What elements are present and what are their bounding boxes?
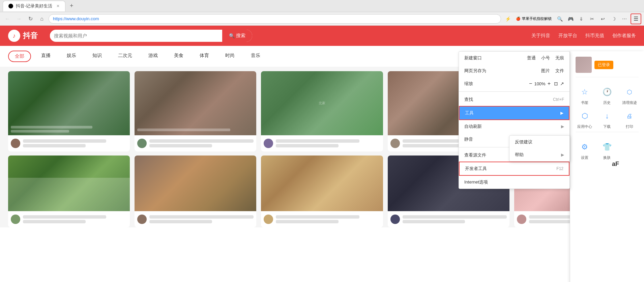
menu-devtools[interactable]: 开发者工具 F12 bbox=[459, 162, 569, 176]
nav-coins[interactable]: 抖币充值 bbox=[585, 33, 604, 39]
menu-save-as[interactable]: 网页另存为 图片 文件 bbox=[459, 64, 569, 77]
tab-close-btn[interactable]: ✕ bbox=[56, 4, 60, 8]
skin-icon-item[interactable]: 👕 换肤 bbox=[598, 140, 616, 160]
search-btn-label: 搜索 bbox=[236, 33, 245, 39]
print-label: 打印 bbox=[626, 124, 633, 129]
logo-text: 抖音 bbox=[23, 31, 38, 41]
video-card-3[interactable]: 北家 bbox=[261, 71, 383, 151]
small-window-opt[interactable]: 小号 bbox=[541, 55, 550, 61]
menu-auto-refresh[interactable]: 自动刷新 ▶ bbox=[459, 120, 569, 133]
forward-btn[interactable]: → bbox=[14, 14, 24, 24]
video-info-8 bbox=[261, 211, 383, 227]
site-content: ♪ 抖音 🔍 搜索 关于抖音 开放平台 抖币充值 创作者服务 全部 直播 bbox=[0, 26, 644, 282]
help-label: 帮助 bbox=[515, 152, 524, 158]
moon-icon[interactable]: ☽ bbox=[609, 14, 618, 24]
help-arrow: ▶ bbox=[561, 152, 564, 157]
search-icon[interactable]: 🔍 bbox=[555, 14, 564, 24]
site-logo: ♪ 抖音 bbox=[8, 30, 38, 42]
tools-submenu: 反馈建议 帮助 ▶ bbox=[509, 135, 570, 162]
toolbar-icons: ⚡ 🍎 苹果手机指纹解锁 🔍 🎮 ⇓ ✂ ↩ ☽ ⋯ ☰ bbox=[503, 13, 641, 24]
video-card-2[interactable] bbox=[135, 71, 256, 151]
cat-knowledge[interactable]: 知识 bbox=[86, 51, 108, 62]
more-icon[interactable]: ⋯ bbox=[620, 14, 629, 24]
video-card-7[interactable] bbox=[135, 156, 256, 227]
cat-fashion[interactable]: 时尚 bbox=[219, 51, 241, 62]
user-area: 已登录 bbox=[576, 57, 639, 77]
undo-icon[interactable]: ↩ bbox=[598, 14, 608, 24]
home-btn[interactable]: ⌂ bbox=[37, 14, 47, 24]
normal-window-opt[interactable]: 普通 bbox=[527, 55, 536, 61]
user-login-btn[interactable]: 已登录 bbox=[594, 61, 613, 69]
browser-toolbar: ← → ↻ ⌂ ⚡ 🍎 苹果手机指纹解锁 🔍 🎮 ⇓ ✂ ↩ ☽ ⋯ ☰ bbox=[0, 12, 644, 26]
feedback-label: 反馈建议 bbox=[515, 139, 532, 145]
menu-find[interactable]: 查找 Ctrl+F bbox=[459, 93, 569, 106]
menu-internet-options[interactable]: Internet选项 bbox=[459, 176, 569, 189]
search-bar: 🔍 搜索 bbox=[50, 30, 252, 42]
zoom-expand-btn[interactable]: ↗ bbox=[560, 81, 564, 86]
save-image-opt[interactable]: 图片 bbox=[541, 68, 550, 74]
extension-icon[interactable]: 🍎 苹果手机指纹解锁 bbox=[514, 16, 554, 22]
history-label: 历史 bbox=[603, 100, 611, 105]
refresh-btn[interactable]: ↻ bbox=[26, 14, 35, 24]
scissors-icon[interactable]: ✂ bbox=[587, 14, 597, 24]
new-tab-btn[interactable]: + bbox=[67, 1, 76, 11]
download-icon: ↓ bbox=[600, 109, 614, 123]
search-button[interactable]: 🔍 搜索 bbox=[222, 30, 252, 42]
video-card-8[interactable] bbox=[261, 156, 383, 227]
appcenter-icon-item[interactable]: ⬡ 应用中心 bbox=[576, 109, 594, 129]
video-info-9 bbox=[388, 211, 509, 227]
zoom-level: 100% bbox=[534, 81, 545, 86]
menu-tools[interactable]: 工具 ▶ bbox=[459, 106, 569, 120]
clear-icon-item[interactable]: ⬡ 清理痕迹 bbox=[620, 85, 639, 105]
browser-window: 抖音-记录美好生活 ✕ + ← → ↻ ⌂ ⚡ 🍎 苹果手机指纹解锁 🔍 🎮 ⇓… bbox=[0, 0, 644, 282]
incognito-opt[interactable]: 无痕 bbox=[555, 55, 564, 61]
extension-label: 苹果手机指纹解锁 bbox=[522, 16, 552, 21]
save-file-opt[interactable]: 文件 bbox=[555, 68, 564, 74]
zoom-in-btn[interactable]: + bbox=[548, 81, 551, 87]
cat-food[interactable]: 美食 bbox=[168, 51, 189, 62]
cat-sports[interactable]: 体育 bbox=[194, 51, 215, 62]
submenu-help[interactable]: 帮助 ▶ bbox=[509, 148, 569, 161]
view-source-label: 查看源文件 bbox=[464, 152, 486, 158]
menu-btn[interactable]: ☰ bbox=[631, 13, 641, 24]
download-icon[interactable]: ⇓ bbox=[577, 14, 586, 24]
apple-icon: 🍎 bbox=[516, 17, 521, 21]
menu-new-window[interactable]: 新建窗口 普通 小号 无痕 bbox=[459, 52, 569, 64]
zoom-label: 缩放 bbox=[464, 81, 473, 87]
nav-about[interactable]: 关于抖音 bbox=[531, 33, 550, 39]
browser-tab-active[interactable]: 抖音-记录美好生活 ✕ bbox=[3, 1, 65, 11]
print-icon-item[interactable]: 🖨 打印 bbox=[620, 109, 639, 129]
settings-icon-item[interactable]: ⚙ 设置 bbox=[576, 140, 594, 160]
submenu-feedback[interactable]: 反馈建议 bbox=[509, 136, 569, 148]
logo-icon: ♪ bbox=[8, 30, 20, 42]
cat-music[interactable]: 音乐 bbox=[245, 51, 266, 62]
download-icon-item[interactable]: ↓ 下载 bbox=[598, 109, 616, 129]
icon-grid-bottom: ⚙ 设置 👕 换肤 bbox=[576, 138, 639, 163]
cat-entertainment[interactable]: 娱乐 bbox=[61, 51, 82, 62]
devtools-shortcut: F12 bbox=[556, 166, 563, 171]
video-card-6[interactable] bbox=[8, 156, 130, 227]
back-btn[interactable]: ← bbox=[3, 14, 12, 24]
nav-open[interactable]: 开放平台 bbox=[558, 33, 577, 39]
history-icon-item[interactable]: 🕐 历史 bbox=[598, 85, 616, 105]
devtools-label: 开发者工具 bbox=[465, 166, 487, 172]
zoom-fit-btn[interactable]: ⊡ bbox=[554, 81, 558, 86]
search-input[interactable] bbox=[50, 33, 222, 38]
bookmark-icon-item[interactable]: ☆ 书签 bbox=[576, 85, 594, 105]
lightning-icon[interactable]: ⚡ bbox=[503, 14, 513, 24]
video-card-1[interactable] bbox=[8, 71, 130, 151]
cat-games[interactable]: 游戏 bbox=[142, 51, 164, 62]
video-info-7 bbox=[135, 211, 256, 227]
zoom-out-btn[interactable]: − bbox=[529, 81, 532, 87]
site-header: ♪ 抖音 🔍 搜索 关于抖音 开放平台 抖币充值 创作者服务 bbox=[0, 26, 644, 46]
video-info-6 bbox=[8, 211, 130, 227]
cat-all[interactable]: 全部 bbox=[8, 51, 31, 62]
cat-live[interactable]: 直播 bbox=[35, 51, 57, 62]
auto-refresh-label: 自动刷新 bbox=[464, 123, 482, 130]
nav-creator[interactable]: 创作者服务 bbox=[612, 33, 636, 39]
address-bar[interactable] bbox=[49, 14, 501, 24]
gamepad-icon[interactable]: 🎮 bbox=[566, 14, 575, 24]
bookmark-icon: ☆ bbox=[578, 85, 591, 99]
save-as-label: 网页另存为 bbox=[464, 68, 486, 74]
cat-anime[interactable]: 二次元 bbox=[112, 51, 138, 62]
